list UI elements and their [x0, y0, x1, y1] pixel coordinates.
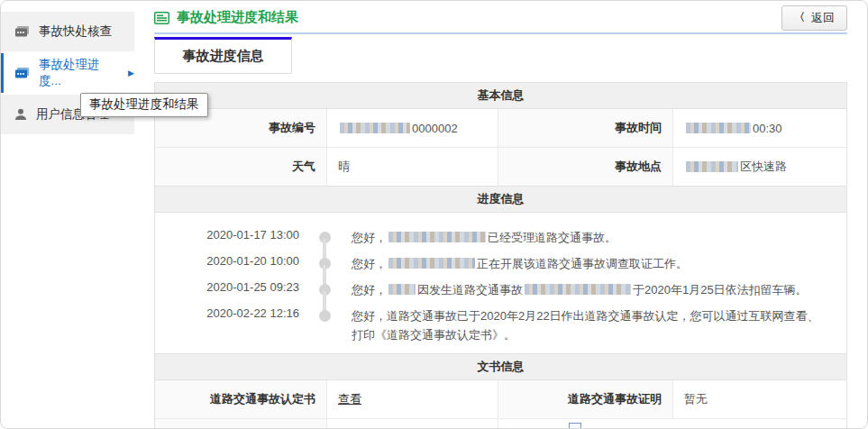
field-value: 暂无	[672, 380, 846, 418]
progress-timeline: 2020-01-17 13:00您好，已经受理道路交通事故。2020-01-20…	[155, 213, 846, 353]
chevron-right-icon: ▶	[128, 68, 134, 78]
accident-card-icon	[14, 67, 30, 79]
value-text: 区快速路	[740, 159, 787, 175]
broken-image-icon	[569, 423, 581, 429]
redacted-text	[525, 284, 631, 295]
section-title-progress: 进度信息	[155, 186, 846, 213]
redacted-text	[686, 123, 751, 133]
app-window: 事故快处核查事故处理进度...▶用户信息管理 事故处理进度和结果 事故处理进度和…	[0, 0, 868, 429]
detail-table: 基本信息 事故编号0000002事故时间 00:30天气晴事故地点区快速路 进度…	[154, 82, 847, 429]
back-button[interactable]: 〈 返回	[781, 5, 847, 31]
timeline-dot-icon	[319, 310, 331, 322]
field-value: 00:30	[672, 109, 846, 147]
chevron-left-icon: 〈	[794, 10, 805, 25]
timeline-message: 您好，道路交通事故已于2020年2月22日作出道路交通事故认定，您可以通过互联网…	[350, 304, 846, 344]
document-info-row: 道路交通事故认定书查看道路交通事故证明暂无	[155, 380, 846, 418]
header-divider	[154, 32, 847, 34]
redacted-text	[388, 258, 475, 269]
field-label: 事故时间	[498, 109, 672, 147]
field-label: 道路交通事故认定书	[155, 380, 326, 418]
redacted-text	[340, 123, 410, 133]
list-icon	[154, 12, 169, 24]
timeline-timestamp: 2020-01-17 13:00	[206, 225, 299, 251]
field-value: 区快速路	[672, 148, 846, 186]
value-text: 于2020年1月25日依法扣留车辆。	[633, 283, 808, 297]
timeline-entry: 2020-01-17 13:00您好，已经受理道路交通事故。	[206, 225, 846, 251]
sidebar-item-label: 事故快处核查	[39, 23, 112, 40]
timeline-timestamp: 2020-01-20 10:00	[206, 251, 299, 278]
value-text: 暂无	[684, 391, 708, 407]
field-value: 暂无	[326, 419, 498, 429]
field-label: 事故地点	[498, 148, 672, 186]
sidebar-item-label: 事故处理进度...	[39, 57, 115, 89]
timeline-timestamp: 2020-02-22 12:16	[206, 304, 299, 344]
field-value: 晴	[326, 148, 498, 186]
value-text: 您好，	[352, 283, 387, 297]
page-title: 事故处理进度和结果	[177, 9, 298, 26]
sidebar-tooltip: 事故处理进度和结果	[80, 93, 208, 117]
accident-card-icon	[14, 25, 30, 38]
timeline-entry: 2020-01-25 09:23您好，因发生道路交通事故于2020年1月25日依…	[206, 278, 846, 304]
timeline-message: 您好，正在开展该道路交通事故调查取证工作。	[350, 251, 846, 278]
empty-cell	[498, 419, 846, 429]
field-value: 查看	[326, 380, 498, 418]
value-text: 因发生道路交通事故	[417, 283, 523, 297]
main-content: 事故处理进度和结果 〈 返回 事故进度信息 基本信息 事故编号0000002事故…	[154, 1, 847, 429]
section-title-basic: 基本信息	[155, 83, 846, 109]
value-text: 0000002	[412, 122, 458, 135]
timeline-entry: 2020-02-22 12:16您好，道路交通事故已于2020年2月22日作出道…	[206, 304, 846, 344]
timeline-message: 您好，已经受理道路交通事故。	[350, 225, 846, 251]
user-icon	[14, 108, 27, 121]
field-label: 天气	[155, 148, 326, 186]
field-label: 道路交通事故证明	[498, 380, 672, 418]
sidebar-item[interactable]: 事故处理进度...▶	[1, 53, 134, 93]
redacted-text	[388, 232, 486, 242]
sidebar: 事故快处核查事故处理进度...▶用户信息管理 事故处理进度和结果	[1, 12, 134, 136]
tab-accident-progress[interactable]: 事故进度信息	[154, 37, 292, 74]
basic-info-row: 事故编号0000002事故时间 00:30	[155, 109, 846, 147]
back-button-label: 返回	[811, 10, 835, 26]
timeline-entry: 2020-01-20 10:00您好，正在开展该道路交通事故调查取证工作。	[206, 251, 846, 278]
redacted-text	[388, 284, 416, 295]
value-text: 您好，	[352, 231, 387, 244]
document-info-row: 复核结论暂无	[155, 418, 846, 429]
field-label: 复核结论	[155, 419, 326, 429]
basic-info-row: 天气晴事故地点区快速路	[155, 147, 846, 186]
sidebar-item[interactable]: 事故快处核查	[1, 12, 134, 51]
field-value: 0000002	[326, 109, 498, 147]
value-text: 正在开展该道路交通事故调查取证工作。	[477, 257, 688, 270]
main-header: 事故处理进度和结果 〈 返回	[154, 1, 847, 30]
section-title-documents: 文书信息	[155, 353, 846, 380]
view-link[interactable]: 查看	[338, 391, 361, 407]
value-text: 您好，	[352, 257, 387, 270]
redacted-text	[686, 161, 738, 172]
timeline-timestamp: 2020-01-25 09:23	[206, 278, 299, 304]
timeline-connector	[299, 304, 350, 344]
timeline-message: 您好，因发生道路交通事故于2020年1月25日依法扣留车辆。	[350, 278, 846, 304]
value-text: 00:30	[753, 122, 782, 135]
value-text: 已经受理道路交通事故。	[488, 231, 617, 244]
value-text: 您好，道路交通事故已于2020年2月22日作出道路交通事故认定，您可以通过互联网…	[352, 309, 819, 342]
value-text: 晴	[338, 159, 350, 175]
